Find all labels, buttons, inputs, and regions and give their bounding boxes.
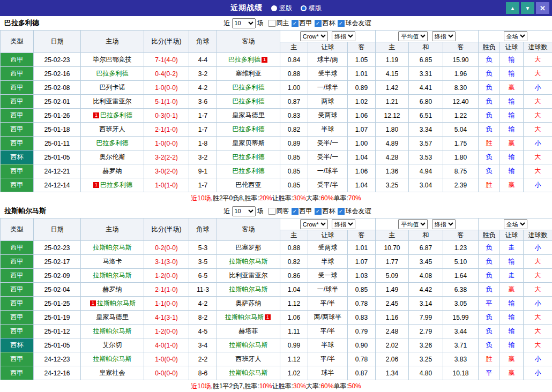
euro-source-select[interactable]: 平均值 [398, 31, 428, 41]
away-team[interactable]: 皇家马德里 [217, 109, 280, 123]
recent-count-select[interactable]: 10 [232, 18, 256, 28]
filter-球会友谊[interactable]: ✓球会友谊 [338, 207, 371, 216]
home-team[interactable]: 皇家马德里 [81, 311, 144, 325]
away-team[interactable]: 拉斯帕尔马斯1 [217, 311, 280, 325]
away-team[interactable]: 巴拉多利德 [217, 164, 280, 178]
home-team[interactable]: 艾尔切 [81, 338, 144, 352]
match-date: 25-02-04 [34, 283, 81, 297]
checkbox-unchecked-icon[interactable] [268, 20, 275, 27]
home-team[interactable]: 毕尔巴鄂竞技 [81, 53, 144, 67]
scroll-up-button[interactable]: ▲ [506, 2, 519, 14]
result-scope-select[interactable]: 全场 [504, 31, 527, 41]
euro-away-odds: 6.38 [443, 283, 479, 297]
filter-西甲[interactable]: ✓西甲 [292, 207, 312, 216]
filter-球会友谊[interactable]: ✓球会友谊 [338, 19, 371, 28]
filter-西杯[interactable]: ✓西杯 [315, 207, 335, 216]
euro-home-odds: 4.15 [376, 67, 409, 81]
match-date: 25-01-05 [34, 150, 81, 164]
checkbox-checked-icon[interactable]: ✓ [338, 20, 345, 27]
titlebar-buttons: ▲ ▼ ✕ [506, 2, 549, 14]
home-team[interactable]: 1巴拉多利德 [81, 178, 144, 192]
team-name-text: 拉斯帕尔马斯 [93, 244, 132, 251]
league-tag: 西甲 [1, 53, 34, 67]
home-team[interactable]: 巴列卡诺 [81, 81, 144, 95]
away-team[interactable]: 巴拉多利德 [217, 150, 280, 164]
euro-source-select[interactable]: 平均值 [398, 219, 428, 229]
home-team[interactable]: 拉斯帕尔马斯 [81, 269, 144, 283]
home-team[interactable]: 1拉斯帕尔马斯 [81, 297, 144, 311]
away-team[interactable]: 巴拉多利德 [217, 123, 280, 137]
home-team[interactable]: 赫罗纳 [81, 164, 144, 178]
asia-stage-select[interactable]: 终指 [332, 219, 355, 229]
match-row: 西甲25-02-01比利亚雷亚尔5-1(1-0)3-6巴拉多利德0.87两球1.… [1, 95, 552, 109]
euro-away-odds: 1.80 [443, 150, 479, 164]
bookmaker-select[interactable]: Crow* [300, 219, 328, 229]
asia-home-odds: 0.87 [280, 95, 308, 109]
summary-line: 近10场,胜1平2负7, 胜率:10% 让胜率:30% 大率:60% 单率:50… [0, 380, 552, 392]
result-scope-select[interactable]: 全场 [504, 219, 527, 229]
away-team[interactable]: 巴拉多利德1 [217, 53, 280, 67]
euro-draw-odds: 3.25 [409, 352, 443, 366]
team-section-0: 巴拉多利德 近 10 场 同主✓西甲✓西杯✓球会友谊 类型 日期 [0, 16, 552, 204]
asia-stage-select[interactable]: 终指 [332, 31, 355, 41]
away-team[interactable]: 皇家贝蒂斯 [217, 137, 280, 150]
checkbox-checked-icon[interactable]: ✓ [292, 208, 299, 215]
team-name-text: 毕尔巴鄂竞技 [93, 56, 132, 63]
filter-同主[interactable]: 同主 [268, 19, 289, 28]
checkbox-checked-icon[interactable]: ✓ [315, 20, 322, 27]
euro-draw-odds: 3.45 [409, 255, 443, 269]
league-tag: 西甲 [1, 352, 34, 366]
euro-stage-select[interactable]: 终指 [432, 31, 456, 41]
checkbox-checked-icon[interactable]: ✓ [292, 20, 299, 27]
away-team[interactable]: 比利亚雷亚尔 [217, 269, 280, 283]
away-team[interactable]: 巴塞罗那 [217, 241, 280, 255]
league-tag: 西甲 [1, 325, 34, 338]
home-team[interactable]: 赫罗纳 [81, 283, 144, 297]
euro-home-odds: 3.25 [376, 178, 409, 192]
away-team[interactable]: 拉斯帕尔马斯 [217, 366, 280, 380]
away-team[interactable]: 巴伦西亚 [217, 178, 280, 192]
euro-stage-select[interactable]: 终指 [432, 219, 456, 229]
close-button[interactable]: ✕ [536, 2, 549, 14]
away-team[interactable]: 拉斯帕尔马斯 [217, 255, 280, 269]
euro-home-odds: 1.80 [376, 123, 409, 137]
radio-selected-icon[interactable] [301, 5, 307, 11]
home-team[interactable]: 1巴拉多利德 [81, 109, 144, 123]
layout-radio-landscape[interactable]: 横版 [301, 4, 322, 13]
scroll-down-button[interactable]: ▼ [521, 2, 534, 14]
checkbox-unchecked-icon[interactable] [268, 208, 275, 215]
euro-away-odds: 10.18 [443, 366, 479, 380]
home-team[interactable]: 拉斯帕尔马斯 [81, 325, 144, 338]
home-team[interactable]: 皇家社会 [81, 366, 144, 380]
team-name-text: 皇家马德里 [233, 111, 265, 119]
home-team[interactable]: 马洛卡 [81, 255, 144, 269]
away-team[interactable]: 拉斯帕尔马斯 [217, 283, 280, 297]
home-team[interactable]: 拉斯帕尔马斯 [81, 241, 144, 255]
result-wdl: 负 [479, 53, 500, 67]
home-team[interactable]: 比利亚雷亚尔 [81, 95, 144, 109]
away-team[interactable]: 拉斯帕尔马斯 [217, 338, 280, 352]
filter-同客[interactable]: 同客 [268, 207, 289, 216]
home-team[interactable]: 奥尔伦斯 [81, 150, 144, 164]
bookmaker-select[interactable]: Crow* [300, 31, 328, 41]
filter-西杯[interactable]: ✓西杯 [315, 19, 335, 28]
away-team[interactable]: 塞维利亚 [217, 67, 280, 81]
filter-西甲[interactable]: ✓西甲 [292, 19, 312, 28]
checkbox-checked-icon[interactable]: ✓ [338, 208, 345, 215]
home-team[interactable]: 巴拉多利德 [81, 137, 144, 150]
euro-away-odds: 3.83 [443, 352, 479, 366]
away-team[interactable]: 巴拉多利德 [217, 95, 280, 109]
recent-count-select[interactable]: 10 [232, 206, 256, 216]
home-team[interactable]: 拉斯帕尔马斯 [81, 352, 144, 366]
radio-unselected-icon[interactable] [271, 5, 277, 11]
score: 3-1(3-0) [144, 255, 189, 269]
away-team[interactable]: 巴拉多利德 [217, 81, 280, 95]
away-team[interactable]: 奥萨苏纳 [217, 297, 280, 311]
home-team[interactable]: 巴拉多利德 [81, 67, 144, 81]
away-team[interactable]: 西班牙人 [217, 352, 280, 366]
away-team[interactable]: 赫塔菲 [217, 325, 280, 338]
col-header-corner: 角球 [189, 31, 217, 53]
checkbox-checked-icon[interactable]: ✓ [315, 208, 322, 215]
home-team[interactable]: 西班牙人 [81, 123, 144, 137]
layout-radio-portrait[interactable]: 竖版 [271, 4, 292, 13]
